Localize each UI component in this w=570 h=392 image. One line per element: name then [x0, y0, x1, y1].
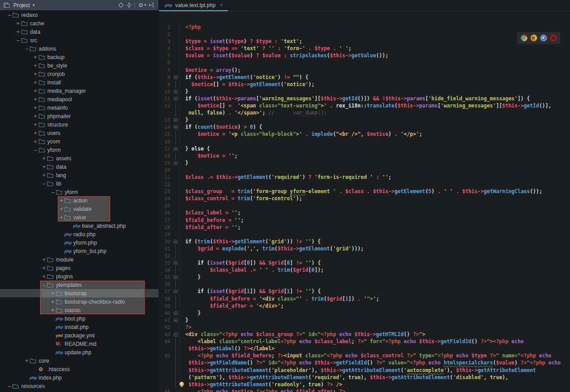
tree-item-mediapool[interactable]: +mediapool: [0, 95, 159, 103]
code-line-36[interactable]: 36: [159, 281, 570, 288]
code-line-13[interactable]: 13}: [159, 116, 570, 123]
code-line-35[interactable]: 35 }: [159, 273, 570, 281]
code-line-18[interactable]: 18 $notice = '';: [159, 152, 570, 159]
code-line-26[interactable]: 26$class_label = '';: [159, 209, 570, 216]
tree-item-yform-php[interactable]: phpyform.php: [0, 238, 159, 247]
expand-icon[interactable]: +: [41, 273, 47, 280]
tree-item-install-php[interactable]: phpinstall.php: [0, 323, 159, 331]
code-line-22[interactable]: 22: [159, 181, 570, 188]
expand-icon[interactable]: +: [32, 71, 39, 77]
tree-item-boot-php[interactable]: phpboot.php: [0, 314, 159, 323]
code-line-21[interactable]: 21$class .= $this->getElement('required'…: [159, 174, 570, 181]
fold-marker-icon[interactable]: [174, 147, 178, 151]
code-line-4[interactable]: 4$class = $type == 'text' ? '' : 'form-'…: [159, 45, 570, 52]
fold-marker-icon[interactable]: [174, 275, 178, 279]
tree-item-media-manager[interactable]: +media_manager: [0, 87, 159, 95]
collapse-icon[interactable]: −: [41, 181, 47, 187]
fold-marker-icon[interactable]: [174, 333, 178, 337]
fold-marker-icon[interactable]: [174, 161, 178, 165]
tree-item-data[interactable]: +data: [0, 28, 159, 36]
tree-item-src[interactable]: −src: [0, 36, 159, 44]
locate-icon[interactable]: [117, 2, 125, 9]
tree-item-base-abstract-php[interactable]: phpbase_abstract.php: [0, 222, 159, 230]
code-line-11[interactable]: 11if (isset($this->params['warning_messa…: [159, 95, 570, 102]
code-line-29[interactable]: 29: [159, 231, 570, 238]
code-line-16[interactable]: 16: [159, 138, 570, 145]
fold-marker-icon[interactable]: [174, 261, 178, 265]
code-line-14[interactable]: 14if (count($notice) > 0) {: [159, 123, 570, 131]
tree-item-users[interactable]: +users: [0, 129, 159, 137]
tree-item-package-yml[interactable]: ymlpackage.yml: [0, 331, 159, 340]
intention-bulb-icon[interactable]: [179, 382, 184, 386]
expand-icon[interactable]: +: [32, 96, 39, 103]
collapse-icon[interactable]: −: [6, 12, 12, 18]
tree-item-data[interactable]: +data: [0, 162, 159, 171]
code-line-28[interactable]: 28$field_after = '';: [159, 224, 570, 231]
code-line-27[interactable]: 27$field_before = '';: [159, 217, 570, 224]
tree-item-resources[interactable]: −resources: [0, 382, 159, 390]
code-line-38[interactable]: 38 $field_before = '<div class="' . trim…: [159, 295, 570, 302]
safari-browser-icon[interactable]: [540, 35, 547, 41]
collapse-icon[interactable]: −: [24, 46, 30, 52]
code-line-25[interactable]: 25: [159, 202, 570, 209]
tree-item-lib[interactable]: −lib: [0, 179, 159, 188]
code-line-32[interactable]: 32: [159, 252, 570, 259]
tree-item-be-style[interactable]: +be_style: [0, 61, 159, 70]
tree-item-index-php[interactable]: phpindex.php: [0, 373, 159, 382]
expand-icon[interactable]: +: [32, 88, 39, 94]
code-line-45[interactable]: 45 <?php echo $field_before; ?><input cl…: [159, 352, 570, 359]
code-line-39[interactable]: 39 $field_after = '</div>';: [159, 302, 570, 309]
expand-icon[interactable]: +: [24, 358, 30, 364]
expand-icon[interactable]: +: [41, 155, 47, 162]
expand-icon[interactable]: +: [32, 130, 39, 136]
code-line-12[interactable]: 12 $notice[] = '<span class="text-warnin…: [159, 102, 570, 109]
close-icon[interactable]: ×: [219, 2, 223, 8]
expand-icon[interactable]: +: [41, 172, 47, 178]
code-line-15[interactable]: 15 $notice = '<p class="help-block">' . …: [159, 131, 570, 138]
code-line-wrap[interactable]: null, false) . '</span>'; // var_dump();: [159, 109, 570, 116]
tree-item-module[interactable]: +module: [0, 255, 159, 264]
tree-item-yform-list-php[interactable]: phpyform_list.php: [0, 247, 159, 255]
fold-marker-icon[interactable]: [174, 75, 178, 79]
code-editor[interactable]: 1<?php23$type = isset($type) ? $type : '…: [159, 12, 570, 392]
code-line-41[interactable]: 41}: [159, 317, 570, 324]
code-line-2[interactable]: 2: [159, 31, 570, 38]
fold-marker-icon[interactable]: [174, 240, 178, 244]
tree-item-ycom[interactable]: +ycom: [0, 137, 159, 146]
code-line-46[interactable]: 46 <?php echo $notice ?><?php echo $fiel…: [159, 388, 570, 392]
code-line-44[interactable]: 44 <label class="control-label<?php echo…: [159, 338, 570, 345]
fold-marker-icon[interactable]: [174, 118, 178, 122]
tree-item--htaccess[interactable]: ⚙.htaccess: [0, 365, 159, 373]
code-line-31[interactable]: 31 $grid = explode(',', trim($this->getE…: [159, 245, 570, 252]
tree-item-lang[interactable]: +lang: [0, 171, 159, 179]
code-line-wrap[interactable]: $this->getFieldName() ?>" id="<?php echo…: [159, 359, 570, 366]
expand-icon[interactable]: +: [32, 105, 39, 111]
code-line-9[interactable]: 9 $notice[] = $this->getElement('notice'…: [159, 81, 570, 88]
tree-item-cache[interactable]: +cache: [0, 19, 159, 28]
tree-item-update-php[interactable]: phpupdate.php: [0, 348, 159, 356]
collapse-all-icon[interactable]: [125, 2, 133, 9]
chevron-down-icon[interactable]: ▼: [143, 3, 147, 7]
tree-item-install[interactable]: +install: [0, 78, 159, 87]
code-line-34[interactable]: 34 $class_label .= ' ' . trim($grid[0]);: [159, 266, 570, 273]
chevron-down-icon[interactable]: ▼: [32, 3, 36, 8]
project-panel-title[interactable]: Project: [13, 2, 30, 8]
expand-icon[interactable]: +: [32, 139, 39, 145]
code-line-10[interactable]: 10}: [159, 88, 570, 95]
code-line-8[interactable]: 8if ($this->getElement('notice') != "") …: [159, 74, 570, 81]
fold-marker-icon[interactable]: [174, 97, 178, 101]
code-line-23[interactable]: 23$class_group = trim('form-group yform-…: [159, 188, 570, 195]
fold-marker-icon[interactable]: [174, 90, 178, 94]
code-line-40[interactable]: 40 }: [159, 309, 570, 317]
opera-browser-icon[interactable]: [550, 35, 557, 41]
tree-item-structure[interactable]: +structure: [0, 120, 159, 129]
code-line-20[interactable]: 20: [159, 166, 570, 174]
code-line-wrap[interactable]: ('pattern'), $this->getAttributeElement(…: [159, 374, 570, 381]
code-line-24[interactable]: 24$class_control = trim('form-control');: [159, 195, 570, 202]
code-line-1[interactable]: 1<?php: [159, 24, 570, 31]
tree-item-readme-md[interactable]: M↓README.md: [0, 340, 159, 348]
fold-marker-icon[interactable]: [174, 289, 178, 293]
expand-icon[interactable]: +: [32, 122, 39, 128]
expand-icon[interactable]: +: [32, 113, 39, 119]
expand-icon[interactable]: +: [41, 257, 47, 263]
